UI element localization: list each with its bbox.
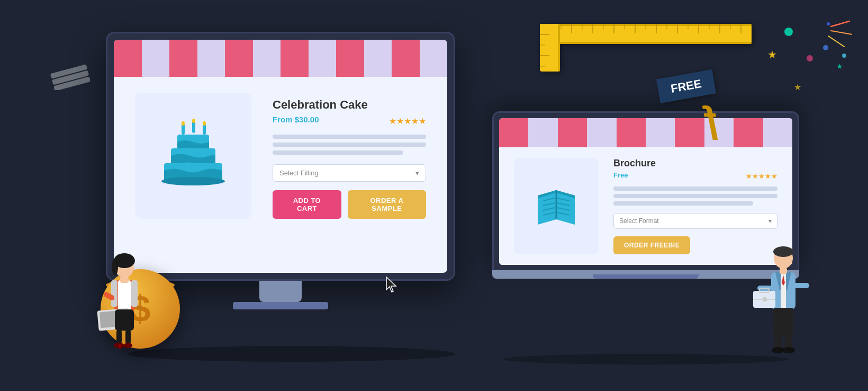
svg-line-40 bbox=[828, 36, 844, 47]
hook-decoration: ƒ bbox=[700, 98, 721, 140]
svg-marker-62 bbox=[386, 277, 396, 292]
laptop-product-title: Brochure bbox=[613, 158, 777, 169]
desc-line-2 bbox=[273, 143, 426, 147]
monitor-screen: Celebration Cake From $30.00 ★★★★★ Selec… bbox=[114, 40, 447, 273]
laptop-product-image bbox=[514, 158, 599, 254]
product-buttons: ADD TO CART ORDER A SAMPLE bbox=[273, 190, 426, 219]
svg-point-42 bbox=[842, 54, 846, 58]
svg-line-38 bbox=[831, 21, 849, 26]
format-dropdown[interactable]: Select Format ▾ bbox=[613, 213, 777, 229]
laptop-desc-line-1 bbox=[613, 186, 777, 191]
order-sample-button[interactable]: ORDER A SAMPLE bbox=[348, 190, 426, 219]
laptop-dropdown-label: Select Format bbox=[619, 217, 659, 225]
svg-rect-88 bbox=[793, 283, 809, 288]
svg-point-81 bbox=[773, 246, 793, 257]
laptop-product-stars: ★★★★★ bbox=[746, 172, 777, 180]
svg-text:★: ★ bbox=[767, 49, 777, 60]
svg-point-52 bbox=[161, 177, 225, 185]
monitor-shadow bbox=[127, 346, 455, 362]
svg-point-78 bbox=[124, 343, 132, 348]
laptop-awning bbox=[499, 118, 792, 147]
svg-point-32 bbox=[784, 28, 793, 36]
svg-rect-5 bbox=[540, 42, 752, 44]
svg-rect-68 bbox=[131, 280, 138, 307]
desc-line-1 bbox=[273, 135, 426, 139]
svg-point-33 bbox=[823, 45, 828, 50]
decorative-elements: ★ ★ ★ bbox=[746, 16, 852, 113]
svg-rect-74 bbox=[115, 309, 134, 331]
laptop-desc-line-3 bbox=[613, 201, 753, 206]
svg-rect-75 bbox=[116, 330, 122, 344]
svg-rect-27 bbox=[558, 24, 560, 72]
svg-rect-2 bbox=[53, 76, 90, 90]
svg-point-46 bbox=[182, 121, 185, 126]
svg-point-65 bbox=[112, 259, 118, 276]
monitor-product-card: Celebration Cake From $30.00 ★★★★★ Selec… bbox=[114, 77, 447, 235]
svg-rect-79 bbox=[119, 344, 121, 349]
product-image bbox=[135, 93, 251, 219]
chevron-down-icon: ▾ bbox=[415, 169, 419, 177]
svg-rect-94 bbox=[773, 308, 793, 335]
svg-point-41 bbox=[827, 22, 830, 25]
svg-rect-67 bbox=[111, 280, 117, 307]
ruler-decoration bbox=[540, 24, 762, 74]
dropdown-label: Select Filling bbox=[279, 169, 319, 177]
svg-rect-76 bbox=[125, 330, 131, 344]
laptop-chevron-down-icon: ▾ bbox=[768, 217, 772, 225]
laptop-product-card: Brochure Free ★★★★★ Select Format ▾ O bbox=[499, 147, 792, 265]
person-right bbox=[749, 243, 818, 362]
monitor-frame: Celebration Cake From $30.00 ★★★★★ Selec… bbox=[106, 32, 455, 281]
laptop-product-price: Free bbox=[613, 171, 628, 179]
product-title: Celebration Cake bbox=[273, 98, 426, 112]
laptop-product-info: Brochure Free ★★★★★ Select Format ▾ O bbox=[613, 158, 777, 254]
stack-icon bbox=[48, 53, 90, 90]
svg-rect-93 bbox=[763, 297, 767, 301]
order-freebie-button[interactable]: ORDER FREEBIE bbox=[613, 236, 690, 254]
svg-point-48 bbox=[203, 121, 206, 126]
svg-rect-96 bbox=[785, 333, 792, 349]
desc-line-3 bbox=[273, 150, 403, 155]
product-description bbox=[273, 135, 426, 155]
svg-rect-70 bbox=[120, 277, 129, 283]
person-left bbox=[87, 251, 161, 359]
laptop-shadow bbox=[503, 354, 789, 365]
laptop-desc-line-2 bbox=[613, 194, 777, 198]
add-to-cart-button[interactable]: ADD TO CART bbox=[273, 190, 341, 219]
svg-point-98 bbox=[782, 347, 795, 353]
svg-text:★: ★ bbox=[836, 62, 843, 70]
svg-point-34 bbox=[807, 55, 813, 61]
svg-rect-87 bbox=[780, 268, 787, 274]
svg-rect-26 bbox=[540, 24, 560, 72]
filling-dropdown[interactable]: Select Filling ▾ bbox=[273, 164, 426, 182]
monitor-stand bbox=[259, 281, 302, 302]
svg-rect-95 bbox=[774, 333, 782, 349]
monitor-base bbox=[233, 302, 328, 309]
laptop-description bbox=[613, 186, 777, 206]
svg-rect-0 bbox=[50, 64, 87, 79]
product-stars: ★★★★★ bbox=[389, 116, 426, 126]
svg-rect-69 bbox=[118, 280, 131, 312]
svg-point-47 bbox=[192, 119, 195, 123]
svg-line-39 bbox=[831, 31, 852, 34]
laptop-screen: Brochure Free ★★★★★ Select Format ▾ O bbox=[499, 118, 792, 265]
mouse-cursor bbox=[384, 276, 399, 297]
free-tag-text: FREE bbox=[670, 77, 703, 95]
monitor-awning bbox=[114, 40, 447, 77]
product-info: Celebration Cake From $30.00 ★★★★★ Selec… bbox=[273, 93, 426, 219]
product-price: From $30.00 bbox=[273, 115, 319, 124]
svg-rect-44 bbox=[192, 121, 195, 133]
svg-rect-1 bbox=[52, 70, 89, 85]
svg-text:★: ★ bbox=[794, 83, 801, 92]
